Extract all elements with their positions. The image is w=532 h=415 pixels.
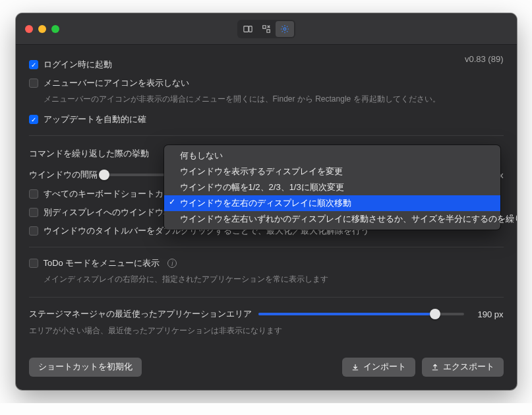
tab-snap[interactable]	[257, 21, 276, 37]
svg-rect-0	[243, 26, 248, 32]
hide-menubar-icon-label: メニューバーにアイコンを表示しない	[44, 77, 189, 89]
dropdown-option-cycle-displays-label: ウインドウを左右のディスプレイに順次移動	[180, 198, 351, 208]
tab-shortcuts[interactable]	[239, 21, 257, 37]
titlebar	[16, 13, 517, 45]
traffic-lights	[25, 25, 59, 33]
svg-point-2	[283, 28, 286, 30]
move-cursor-checkbox[interactable]	[29, 208, 38, 217]
stage-manager-label: ステージマネージャの最近使ったアプリケーションエリア	[29, 308, 252, 320]
export-button[interactable]: エクスポート	[422, 358, 504, 377]
info-icon[interactable]: i	[167, 259, 177, 268]
zoom-icon[interactable]	[51, 25, 59, 33]
dropdown-option-none[interactable]: 何もしない	[164, 148, 500, 164]
version-label: v0.83 (89)	[465, 54, 504, 64]
check-icon: ✓	[169, 197, 175, 207]
svg-rect-1	[249, 26, 251, 32]
launch-at-login-label: ログイン時に起動	[44, 59, 112, 71]
dropdown-option-change-display[interactable]: ウインドウを表示するディスプレイを変更	[164, 164, 500, 179]
repeat-behavior-label: コマンドを繰り返した際の挙動	[29, 148, 149, 160]
window-gap-label: ウインドウの間隔	[29, 169, 98, 181]
dropdown-option-half-or-move[interactable]: ウインドウを左右いずれかのディスプレイに移動させるか、サイズを半分にするのを繰り…	[164, 211, 500, 227]
auto-update-label: アップデートを自動的に確	[44, 113, 146, 125]
minimize-icon[interactable]	[38, 25, 46, 33]
repeat-behavior-dropdown: 何もしない ウインドウを表示するディスプレイを変更 ウインドウの幅を1/2、2/…	[164, 145, 500, 230]
content: v0.83 (89) ✓ ログイン時に起動 メニューバーにアイコンを表示しない …	[16, 45, 517, 390]
import-button[interactable]: インポート	[342, 358, 415, 377]
divider	[29, 297, 504, 298]
dblclick-titlebar-checkbox[interactable]	[29, 226, 38, 236]
download-icon	[351, 364, 359, 371]
auto-update-checkbox[interactable]: ✓	[29, 115, 38, 124]
stage-manager-note: エリアが小さい場合、最近使ったアプリケーションは非表示になります	[29, 324, 504, 342]
divider	[29, 247, 504, 247]
footer: ショートカットを初期化 インポート エクスポート	[29, 358, 504, 377]
upload-icon	[431, 364, 439, 371]
todo-mode-label: ToDo モードをメニューに表示	[44, 257, 160, 269]
allow-all-shortcuts-checkbox[interactable]	[29, 189, 38, 199]
hide-menubar-icon-checkbox[interactable]	[29, 79, 38, 88]
close-icon[interactable]	[25, 25, 33, 33]
todo-mode-note: メインディスプレイの右部分に、指定されたアプリケーションを常に表示します	[29, 272, 504, 290]
preferences-window: v0.83 (89) ✓ ログイン時に起動 メニューバーにアイコンを表示しない …	[16, 13, 517, 390]
todo-mode-checkbox[interactable]	[29, 259, 38, 268]
toolbar-tabs	[237, 20, 295, 38]
reset-shortcuts-label: ショートカットを初期化	[38, 362, 133, 373]
import-label: インポート	[363, 362, 406, 373]
stage-manager-value: 190 px	[471, 309, 504, 319]
tab-settings[interactable]	[276, 21, 294, 37]
stage-manager-slider[interactable]	[258, 313, 464, 315]
dropdown-option-cycle-width[interactable]: ウインドウの幅を1/2、2/3、1/3に順次変更	[164, 179, 500, 195]
hide-menubar-note: メニューバーのアイコンが非表示の場合にメニューを開くには、Finder から R…	[29, 92, 504, 110]
dropdown-option-cycle-displays[interactable]: ✓ ウインドウを左右のディスプレイに順次移動	[164, 195, 500, 211]
export-label: エクスポート	[443, 362, 494, 373]
divider	[29, 135, 504, 136]
launch-at-login-checkbox[interactable]: ✓	[29, 60, 38, 69]
reset-shortcuts-button[interactable]: ショートカットを初期化	[29, 358, 142, 377]
